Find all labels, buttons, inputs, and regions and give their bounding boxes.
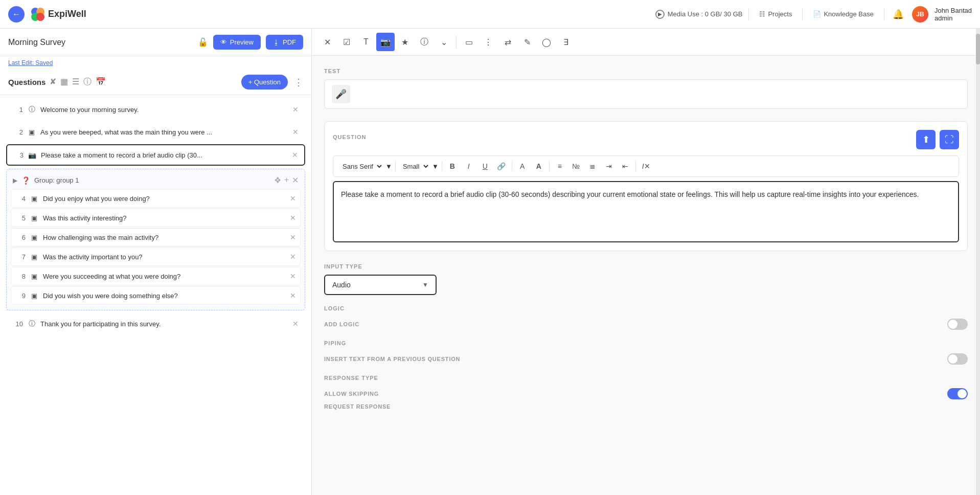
question-item-3[interactable]: 3 📷 Please take a moment to record a bri…	[6, 144, 305, 166]
toolbar-circle-btn[interactable]: ◯	[537, 33, 556, 51]
last-edit-status[interactable]: Last Edit: Saved	[0, 56, 311, 70]
bold-button[interactable]: B	[445, 159, 460, 173]
group-add-icon[interactable]: +	[284, 175, 289, 185]
font-color-button[interactable]: A	[515, 159, 530, 173]
fmt-sep-2	[442, 161, 442, 171]
allow-skipping-toggle-thumb	[958, 389, 967, 398]
q-close-10[interactable]: ✕	[292, 320, 299, 328]
toolbar-pipe-btn[interactable]: ⋮	[479, 33, 497, 51]
q-info-icon-10: ⓘ	[27, 319, 36, 328]
q-close-2[interactable]: ✕	[292, 128, 299, 136]
user-name: John Bantad	[935, 7, 972, 14]
toolbar-x-btn[interactable]: ✕	[318, 33, 336, 51]
projects-grid-icon: ☷	[759, 10, 765, 18]
question-item-10[interactable]: 10 ⓘ Thank you for participating in this…	[6, 313, 305, 334]
allow-skipping-toggle[interactable]	[947, 388, 968, 399]
lock-icon[interactable]: 🔓	[198, 37, 208, 47]
q-close-9[interactable]: ✕	[290, 291, 296, 300]
projects-nav-btn[interactable]: ☷ Projects	[755, 8, 796, 20]
question-text-content: Please take a moment to record a brief a…	[341, 190, 919, 198]
scrollbar[interactable]	[976, 29, 980, 495]
group-collapse-icon[interactable]: ▶	[13, 177, 17, 184]
image-button[interactable]: ⛶	[940, 130, 959, 149]
q-close-8[interactable]: ✕	[290, 272, 296, 280]
knowledge-base-nav-btn[interactable]: 📄 Knowledge Base	[809, 8, 878, 20]
q-close-6[interactable]: ✕	[290, 233, 296, 241]
questions-more-icon[interactable]: ⋮	[294, 77, 303, 88]
question-text-area[interactable]: Please take a moment to record a brief a…	[333, 181, 959, 242]
q-checkbox-icon-7: ▣	[30, 252, 39, 261]
q-close-3[interactable]: ✕	[292, 151, 298, 159]
group-question-item-6[interactable]: 6 ▣ How challenging was the main activit…	[11, 228, 301, 246]
q-close-4[interactable]: ✕	[290, 194, 296, 202]
main-layout: Morning Survey 🔓 👁 Preview ⭳ PDF Last Ed…	[0, 29, 980, 495]
list-icon[interactable]: ☰	[72, 77, 79, 87]
underline-button[interactable]: U	[478, 159, 492, 173]
group-question-item-4[interactable]: 4 ▣ Did you enjoy what you were doing? ✕	[11, 189, 301, 208]
toolbar-checkbox-btn[interactable]: ☑	[337, 33, 356, 51]
question-item-1[interactable]: 1 ⓘ Welcome to your morning survey. ✕	[6, 99, 305, 120]
list-ordered-button[interactable]: №	[569, 159, 583, 173]
toolbar-camera-btn[interactable]: 📷	[376, 33, 395, 51]
q-close-1[interactable]: ✕	[292, 105, 299, 114]
shuffle-icon[interactable]: ✘	[50, 77, 56, 87]
link-button[interactable]: 🔗	[494, 159, 509, 173]
toolbar-text-btn[interactable]: T	[357, 33, 375, 51]
q-info-icon-1: ⓘ	[27, 105, 36, 114]
test-audio-icon: 🎤	[332, 85, 350, 103]
request-response-row: REQUEST RESPONSE	[324, 401, 968, 412]
add-question-button[interactable]: + Question	[241, 75, 288, 89]
input-type-dropdown[interactable]: Audio ▼	[324, 275, 437, 295]
pdf-download-icon: ⭳	[273, 38, 280, 46]
toolbar-dropdown-btn[interactable]: ⌄	[435, 33, 453, 51]
indent-button[interactable]: ⇥	[602, 159, 616, 173]
calendar-icon[interactable]: 📅	[96, 77, 106, 87]
toolbar-layout-btn[interactable]: ▭	[460, 33, 478, 51]
q-number-1: 1	[13, 106, 23, 114]
font-size-select[interactable]: Small	[399, 161, 430, 172]
q-text-4: Did you enjoy what you were doing?	[43, 195, 286, 202]
knowledge-base-label: Knowledge Base	[824, 10, 874, 18]
toolbar-edit-btn[interactable]: ✎	[518, 33, 536, 51]
group-header: ▶ ❓ Group: group 1 ❖ + ✕	[11, 173, 301, 189]
piping-toggle[interactable]	[947, 353, 968, 365]
group-question-item-5[interactable]: 5 ▣ Was this activity interesting? ✕	[11, 209, 301, 227]
question-section-header: QUESTION ⬆ ⛶	[333, 130, 959, 149]
toolbar-arrow-btn[interactable]: ⇄	[498, 33, 517, 51]
toolbar-info-btn[interactable]: ⓘ	[415, 33, 434, 51]
upload-button[interactable]: ⬆	[916, 130, 936, 149]
question-item-2[interactable]: 2 ▣ As you were beeped, what was the mai…	[6, 122, 305, 142]
group-question-item-7[interactable]: 7 ▣ Was the activity important to you? ✕	[11, 248, 301, 266]
q-checkbox-icon-5: ▣	[30, 213, 39, 222]
font-family-select[interactable]: Sans Serif	[338, 161, 383, 172]
q-text-2: As you were beeped, what was the main th…	[40, 128, 288, 136]
clear-format-button[interactable]: I✕	[639, 159, 653, 173]
logic-toggle[interactable]	[947, 319, 968, 330]
preview-button[interactable]: 👁 Preview	[213, 35, 261, 50]
toolbar-grid-btn[interactable]: ∃	[557, 33, 575, 51]
group-expand-icon[interactable]: ❖	[274, 175, 281, 185]
back-button[interactable]: ←	[8, 6, 25, 22]
q-close-7[interactable]: ✕	[290, 253, 296, 261]
help-icon[interactable]: ⓘ	[83, 77, 92, 87]
question-action-buttons: ⬆ ⛶	[916, 130, 959, 149]
group-close-icon[interactable]: ✕	[292, 175, 299, 185]
q-close-5[interactable]: ✕	[290, 214, 296, 222]
align-left-button[interactable]: ≡	[553, 159, 567, 173]
font-family-arrow-icon: ▼	[385, 163, 392, 170]
bell-icon[interactable]: 🔔	[891, 7, 906, 22]
pdf-button[interactable]: ⭳ PDF	[266, 35, 303, 50]
input-type-section: INPUT TYPE Audio ▼	[324, 263, 968, 295]
font-size-arrow-icon: ▼	[432, 163, 439, 170]
outdent-button[interactable]: ⇤	[618, 159, 632, 173]
group-question-item-8[interactable]: 8 ▣ Were you succeeding at what you were…	[11, 267, 301, 285]
request-response-label: REQUEST RESPONSE	[324, 403, 391, 410]
group-question-item-9[interactable]: 9 ▣ Did you wish you were doing somethin…	[11, 286, 301, 305]
highlight-color-button[interactable]: A	[532, 159, 546, 173]
list-unordered-button[interactable]: ≣	[585, 159, 600, 173]
copy-icon[interactable]: ▦	[60, 77, 68, 87]
italic-button[interactable]: I	[462, 159, 476, 173]
piping-section: PIPING INSERT TEXT FROM A PREVIOUS QUEST…	[324, 340, 968, 367]
group-title: Group: group 1	[34, 176, 270, 184]
toolbar-star-btn[interactable]: ★	[396, 33, 414, 51]
